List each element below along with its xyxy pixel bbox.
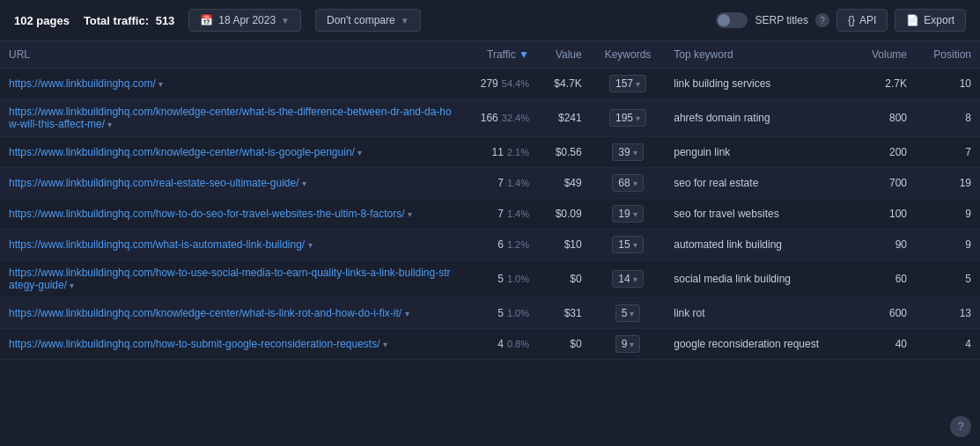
position-cell: 5 [916,260,980,298]
traffic-cell: 40.8% [461,329,538,360]
traffic-cell: 51.0% [461,298,538,329]
col-traffic[interactable]: Traffic ▼ [461,41,538,69]
api-button[interactable]: {} API [836,9,888,32]
keywords-cell: 39 ▾ [591,137,666,168]
keywords-badge[interactable]: 39 ▾ [612,143,643,161]
url-link[interactable]: https://www.linkbuildinghq.com/how-to-us… [9,267,451,291]
position-value: 9 [965,208,971,220]
table-row: https://www.linkbuildinghq.com/how-to-us… [0,260,980,298]
traffic-value: 5 [497,273,504,285]
chevron-down-icon: ▼ [401,16,409,26]
url-link[interactable]: https://www.linkbuildinghq.com/how-to-do… [9,208,405,220]
url-cell: https://www.linkbuildinghq.com/knowledge… [0,298,461,329]
url-link[interactable]: https://www.linkbuildinghq.com/knowledge… [9,146,355,158]
top-keyword-cell: ahrefs domain rating [665,99,854,137]
traffic-value: 513 [156,14,175,27]
volume-cell: 40 [854,329,916,360]
top-keyword-cell: link building services [665,69,854,99]
top-keyword-value[interactable]: google reconsideration request [674,338,819,350]
volume-cell: 90 [854,230,916,260]
keywords-badge[interactable]: 5 ▾ [615,304,641,322]
top-keyword-value[interactable]: seo for travel websites [674,208,778,220]
value-amount: $10 [564,238,582,251]
top-keyword-value[interactable]: automated link building [674,238,782,251]
date-picker-button[interactable]: 📅 18 Apr 2023 ▼ [188,9,301,32]
volume-value: 600 [889,307,907,319]
url-dropdown-icon[interactable]: ▾ [107,120,112,129]
url-cell: https://www.linkbuildinghq.com/knowledge… [0,99,461,137]
value-amount: $31 [564,307,582,319]
top-keyword-value[interactable]: social media link building [674,273,791,285]
url-link[interactable]: https://www.linkbuildinghq.com/knowledge… [9,307,402,319]
keywords-badge[interactable]: 9 ▾ [615,335,641,353]
pages-count: 102 pages [14,14,70,27]
sort-arrow-icon: ▼ [519,48,529,61]
keywords-badge[interactable]: 195 ▾ [609,109,646,127]
top-keyword-cell: google reconsideration request [665,329,854,360]
volume-value: 90 [895,238,907,251]
traffic-pct: 1.4% [507,178,529,188]
url-dropdown-icon[interactable]: ▾ [405,309,409,318]
table-row: https://www.linkbuildinghq.com/what-is-a… [0,230,980,260]
traffic-pct: 1.0% [507,274,529,284]
url-dropdown-icon[interactable]: ▾ [357,148,362,157]
volume-cell: 60 [854,260,916,298]
volume-cell: 800 [854,99,916,137]
position-cell: 8 [916,99,980,137]
position-value: 9 [965,238,971,251]
volume-value: 100 [889,208,907,220]
pages-table: URL Traffic ▼ Value Keywords Top keyword… [0,41,980,360]
top-keyword-value[interactable]: penguin link [674,146,730,158]
keywords-badge[interactable]: 15 ▾ [612,236,643,253]
table-row: https://www.linkbuildinghq.com/knowledge… [0,298,980,329]
url-cell: https://www.linkbuildinghq.com/knowledge… [0,137,461,168]
traffic-value: 279 [481,77,498,90]
date-label: 18 Apr 2023 [218,14,276,26]
url-dropdown-icon[interactable]: ▾ [302,179,306,188]
value-cell: $4.7K [538,69,591,99]
position-cell: 9 [916,230,980,260]
url-link[interactable]: https://www.linkbuildinghq.com/ [9,77,156,90]
top-keyword-value[interactable]: seo for real estate [674,177,758,189]
value-cell: $10 [538,230,591,260]
traffic-pct: 1.0% [507,308,529,318]
url-dropdown-icon[interactable]: ▾ [158,79,163,89]
serp-toggle[interactable] [716,12,748,28]
url-cell: https://www.linkbuildinghq.com/ ▾ [0,69,461,99]
value-amount: $4.7K [554,77,581,90]
url-cell: https://www.linkbuildinghq.com/how-to-us… [0,260,461,298]
table-body: https://www.linkbuildinghq.com/ ▾27954.4… [0,69,980,360]
keywords-badge[interactable]: 19 ▾ [612,205,643,223]
top-keyword-value[interactable]: link rot [674,307,704,319]
url-dropdown-icon[interactable]: ▾ [383,340,387,349]
traffic-value: 5 [497,307,504,319]
traffic-cell: 71.4% [461,199,538,230]
position-value: 13 [960,307,971,319]
export-button[interactable]: 📄 Export [895,9,966,32]
url-link[interactable]: https://www.linkbuildinghq.com/real-esta… [9,177,299,189]
col-url: URL [0,41,461,69]
keywords-badge[interactable]: 68 ▾ [612,174,643,192]
keywords-badge[interactable]: 157 ▾ [609,75,646,92]
url-dropdown-icon[interactable]: ▾ [70,281,74,290]
top-keyword-value[interactable]: link building services [674,77,770,90]
url-link[interactable]: https://www.linkbuildinghq.com/what-is-a… [9,238,305,251]
serp-toggle-area: SERP titles ? {} API 📄 Export [716,9,966,32]
serp-help-icon[interactable]: ? [815,13,829,27]
col-keywords: Keywords [591,41,666,69]
url-link[interactable]: https://www.linkbuildinghq.com/knowledge… [9,106,452,130]
top-keyword-value[interactable]: ahrefs domain rating [674,112,770,124]
chevron-down-icon: ▾ [633,209,637,219]
url-dropdown-icon[interactable]: ▾ [308,240,313,250]
position-value: 4 [965,338,971,350]
volume-value: 700 [889,177,907,189]
keywords-badge[interactable]: 14 ▾ [612,270,643,288]
keywords-cell: 15 ▾ [591,230,666,260]
volume-value: 800 [889,112,907,124]
url-dropdown-icon[interactable]: ▾ [408,209,412,219]
compare-button[interactable]: Don't compare ▼ [315,9,421,32]
url-link[interactable]: https://www.linkbuildinghq.com/how-to-su… [9,338,380,350]
chevron-down-icon: ▾ [633,274,637,284]
volume-cell: 600 [854,298,916,329]
keywords-cell: 68 ▾ [591,168,666,199]
